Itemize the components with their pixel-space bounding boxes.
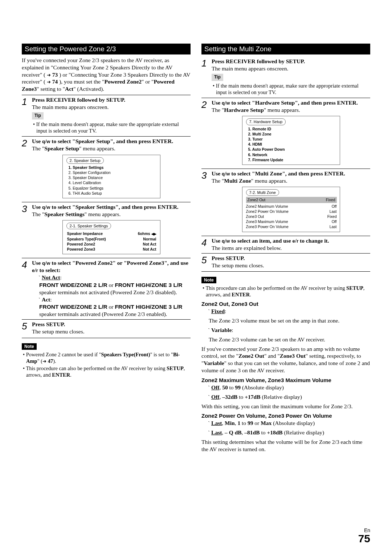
up-glyph: q bbox=[222, 238, 225, 244]
down-glyph: w bbox=[226, 100, 230, 106]
step-number: 4 bbox=[201, 237, 212, 247]
t: (Relative display) bbox=[261, 394, 302, 400]
opt-name: Not Act bbox=[42, 274, 60, 280]
step-text: The "Speaker Setup" menu appears. bbox=[32, 145, 191, 152]
step-body: Use q/w to select "Hardware Setup", and … bbox=[212, 99, 370, 167]
step-body: Press RECEIVER followed by SETUP. The ma… bbox=[32, 96, 191, 135]
step-number: 4 bbox=[22, 259, 32, 270]
page-content: Setting the Powered Zone 2/3 If you've c… bbox=[0, 0, 392, 470]
step-5: 5 Press SETUP. The setup menu closes. bbox=[201, 253, 370, 272]
t: Off bbox=[211, 384, 219, 390]
v: Last bbox=[330, 224, 337, 229]
menu-item: 3. Tuner bbox=[248, 137, 337, 142]
menu-item: 2. Multi Zone bbox=[248, 131, 337, 137]
t: to select "Multi Zone", and then press E… bbox=[230, 170, 345, 177]
right-column: Setting the Multi Zone 1 Press RECEIVER … bbox=[201, 44, 370, 455]
opt-name: Act bbox=[42, 296, 50, 303]
v: Normal bbox=[143, 236, 156, 242]
option-text: FRONT WIDE/ZONE 2 L/R or FRONT HIGH/ZONE… bbox=[39, 303, 191, 318]
menu-list: 1. Remote ID 2. Multi Zone 3. Tuner 4. H… bbox=[246, 126, 337, 162]
k: Zone2 Out bbox=[248, 197, 266, 202]
subheading: Zone2 Power On Volume, Zone3 Power On Vo… bbox=[201, 413, 370, 419]
option-line: ` Last, – Q dB, –81dB to +18dB (Relative… bbox=[212, 429, 370, 436]
step-body: Use q/w to select "Powered Zone2" or "Po… bbox=[32, 259, 191, 318]
t: Max bbox=[261, 420, 271, 426]
tip-text: If the main menu doesn't appear, make su… bbox=[36, 121, 191, 134]
step-1: 1 Press RECEIVER followed by SETUP. The … bbox=[201, 57, 370, 96]
left-glyph: e bbox=[293, 238, 295, 244]
t: Act bbox=[65, 86, 73, 92]
t: ENTER bbox=[52, 372, 70, 378]
t: " so that you can set the volume, balanc… bbox=[201, 360, 370, 373]
speaker-settings-menu: 2-1. Speaker Settings Speaker Impedance6… bbox=[62, 220, 160, 254]
speaker-setup-menu: 2. Speaker Setup 1. Speaker Settings 2. … bbox=[62, 155, 160, 198]
step-text: The "Multi Zone" menu appears. bbox=[212, 177, 370, 185]
step-text: The setup menu closes. bbox=[212, 262, 370, 269]
step-title: Use q/w to select an item, and use e/r t… bbox=[212, 237, 370, 244]
t: " (Activated). bbox=[73, 86, 104, 92]
menu-item: 6. Network bbox=[248, 152, 337, 157]
paragraph: With this setting, you can limit the max… bbox=[201, 403, 370, 410]
t: Powered Zone 2 cannot be used if " bbox=[26, 352, 101, 357]
step-body: Press SETUP. The setup menu closes. bbox=[212, 255, 370, 269]
option-text: The Zone 2/3 volume can be set on the AV… bbox=[209, 336, 370, 343]
t: The " bbox=[32, 211, 44, 217]
step-title: Use q/w to select "Speaker Settings", an… bbox=[32, 203, 191, 211]
t: to bbox=[260, 429, 267, 436]
step-text: The items are explained below. bbox=[212, 244, 370, 252]
left-column: Setting the Powered Zone 2/3 If you've c… bbox=[22, 44, 191, 455]
step-2: 2 Use q/w to select "Speaker Setup", and… bbox=[22, 136, 191, 200]
step-number: 2 bbox=[22, 138, 32, 148]
up-glyph: q bbox=[42, 260, 45, 266]
page-ref-icon: ➜ bbox=[42, 358, 48, 364]
t: to select "Speaker Settings", and then p… bbox=[50, 204, 178, 210]
step-body: Use q/w to select "Speaker Setup", and t… bbox=[32, 138, 191, 200]
step-body: Use q/w to select an item, and use e/r t… bbox=[212, 237, 370, 252]
step-body: Press RECEIVER followed by SETUP. The ma… bbox=[212, 58, 370, 96]
step-number: 1 bbox=[201, 58, 212, 68]
section-header-right: Setting the Multi Zone bbox=[201, 44, 370, 54]
t: 99 bbox=[248, 420, 253, 426]
subheading: Zone2 Out, Zone3 Out bbox=[201, 301, 370, 307]
t: or bbox=[253, 420, 261, 426]
step-title: Use q/w to select "Hardware Setup", and … bbox=[212, 99, 370, 106]
opt-name: Fixed bbox=[211, 308, 225, 314]
section-header-left: Setting the Powered Zone 2/3 bbox=[22, 44, 191, 54]
step-number: 2 bbox=[201, 99, 212, 109]
step-title: Use q/w to select "Multi Zone", and then… bbox=[212, 170, 370, 177]
menu-row: Zone3 Power On VolumeLast bbox=[246, 224, 337, 229]
t: " menu appears. bbox=[264, 107, 300, 113]
t: The " bbox=[212, 107, 224, 113]
note-bullet: This procedure can also be performed on … bbox=[206, 285, 370, 298]
page-ref: 73 bbox=[52, 72, 58, 78]
t: " menu appears. bbox=[251, 178, 287, 184]
down-glyph: w bbox=[46, 139, 50, 144]
t: to select an item, and use bbox=[230, 238, 292, 244]
step-4: 4 Use q/w to select "Powered Zone2" or "… bbox=[22, 258, 191, 318]
step-number: 3 bbox=[201, 170, 212, 180]
t: Last bbox=[211, 420, 222, 426]
menu-title: 2-1. Speaker Settings bbox=[66, 223, 111, 229]
k: Zone2 Maximum Volume bbox=[246, 204, 288, 209]
t: : bbox=[225, 308, 226, 314]
t: to bbox=[237, 394, 245, 400]
option-line: ` Off, 50 to 99 (Absolute display) bbox=[212, 384, 370, 391]
down-glyph: w bbox=[226, 238, 230, 244]
menu-row: Zone2 Maximum VolumeOff bbox=[246, 204, 337, 209]
v: Off bbox=[332, 219, 337, 224]
t: to select: bbox=[38, 267, 61, 273]
t: or bbox=[107, 282, 115, 288]
k: Powered Zone3 bbox=[67, 247, 95, 252]
t: Powered Zone2 bbox=[104, 78, 142, 85]
v: Off bbox=[332, 204, 337, 209]
k: Zone3 Out bbox=[246, 214, 264, 219]
t: The " bbox=[212, 178, 224, 184]
t: or bbox=[107, 304, 115, 310]
t: " is set to " bbox=[150, 352, 173, 357]
t: Use bbox=[32, 138, 42, 144]
left-right-arrow-icon: ◀▶ bbox=[151, 232, 156, 236]
menu-item: 5. Auto Power Down bbox=[248, 147, 337, 152]
v: Last bbox=[330, 209, 337, 214]
t: FRONT HIGH/ZONE 3 L/R bbox=[115, 282, 182, 288]
hardware-setup-menu: 7. Hardware Setup 1. Remote ID 2. Multi … bbox=[242, 116, 340, 165]
